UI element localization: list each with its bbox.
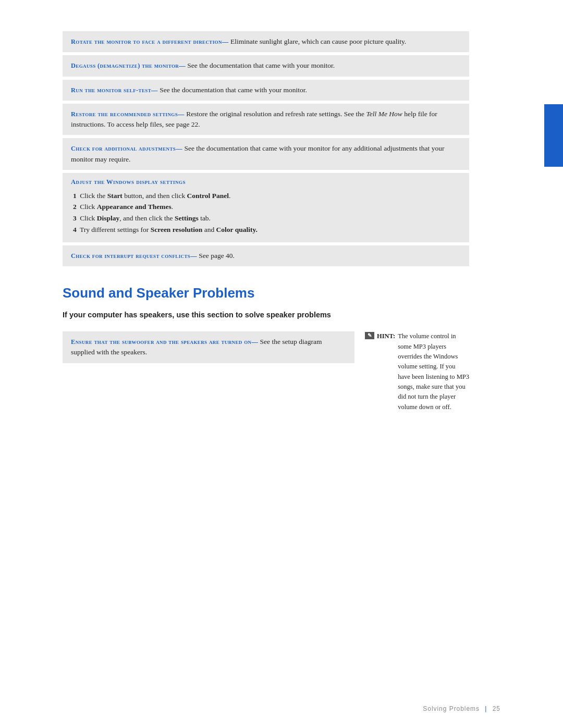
section-degauss-body: See the documentation that came with you… <box>187 61 335 69</box>
section-ensure-label: Ensure that the subwoofer and the speake… <box>71 338 258 346</box>
footer-page-number: 25 <box>493 705 500 712</box>
list-item-2: 2 Click Appearance and Themes. <box>71 201 461 213</box>
page-container: Rotate the monitor to face a different d… <box>0 0 563 728</box>
section-run-label: Run the monitor self-test— <box>71 87 158 94</box>
list-item-1: 1 Click the Start button, and then click… <box>71 190 461 202</box>
chapter-subheading: If your computer has speakers, use this … <box>63 310 469 321</box>
section-check-adjustments: Check for additional adjustments— See th… <box>63 138 469 170</box>
hint-left: Ensure that the subwoofer and the speake… <box>63 331 354 366</box>
section-restore-body1: Restore the original resolution and refr… <box>186 110 366 118</box>
step-num-4: 4 <box>73 226 77 233</box>
footer-divider: | <box>485 705 487 712</box>
section-check-interrupt: Check for interrupt request conflicts— S… <box>63 245 469 266</box>
step-text-3: Click Display, and then click the Settin… <box>80 214 211 222</box>
section-restore-label: Restore the recommended settings— <box>71 110 185 118</box>
section-restore-italic: Tell Me How <box>366 110 402 118</box>
content-area: Rotate the monitor to face a different d… <box>63 31 469 414</box>
page-footer: Solving Problems | 25 <box>423 705 500 712</box>
step-num-3: 3 <box>73 214 77 222</box>
step-text-4: Try different settings for Screen resolu… <box>80 226 258 233</box>
section-degauss-text: Degauss (demagnetize) the monitor— See t… <box>71 60 461 71</box>
section-restore-settings: Restore the recommended settings— Restor… <box>63 104 469 135</box>
section-ensure-text: Ensure that the subwoofer and the speake… <box>71 337 346 358</box>
chapter-heading: Sound and Speaker Problems <box>63 285 469 301</box>
step-num-1: 1 <box>73 192 77 200</box>
section-rotate-body: Eliminate sunlight glare, which can caus… <box>230 38 406 45</box>
section-check-text: Check for additional adjustments— See th… <box>71 143 461 165</box>
section-run-body: See the documentation that came with you… <box>160 86 307 94</box>
section-rotate-label: Rotate the monitor to face a different d… <box>71 38 229 45</box>
section-ensure-speakers: Ensure that the subwoofer and the speake… <box>63 331 354 363</box>
section-run-self-test: Run the monitor self-test— See the docum… <box>63 80 469 101</box>
hint-text-inline: The volume control in some MP3 players o… <box>398 331 469 412</box>
section-interrupt-label: Check for interrupt request conflicts— <box>71 252 197 260</box>
hint-row: Ensure that the subwoofer and the speake… <box>63 331 469 414</box>
step-text-1: Click the Start button, and then click C… <box>80 192 230 200</box>
hint-title: HINT: <box>377 331 395 341</box>
section-rotate-monitor: Rotate the monitor to face a different d… <box>63 31 469 52</box>
adjust-windows-heading: Adjust the Windows display settings <box>71 178 461 186</box>
hint-icon: ✎ <box>365 332 374 339</box>
section-degauss: Degauss (demagnetize) the monitor— See t… <box>63 55 469 76</box>
step-num-2: 2 <box>73 203 77 211</box>
hint-box: ✎ HINT: The volume control in some MP3 p… <box>365 331 469 414</box>
section-restore-text: Restore the recommended settings— Restor… <box>71 109 461 130</box>
blue-accent-bar <box>544 104 563 167</box>
list-item-4: 4 Try different settings for Screen reso… <box>71 224 461 236</box>
adjust-windows-list: 1 Click the Start button, and then click… <box>71 190 461 235</box>
section-check-label: Check for additional adjustments— <box>71 145 182 152</box>
hint-label-row: ✎ HINT: The volume control in some MP3 p… <box>365 331 469 412</box>
section-rotate-text: Rotate the monitor to face a different d… <box>71 36 461 47</box>
section-interrupt-body: See page 40. <box>199 252 235 260</box>
section-interrupt-text: Check for interrupt request conflicts— S… <box>71 251 461 261</box>
list-item-3: 3 Click Display, and then click the Sett… <box>71 213 461 224</box>
section-degauss-label: Degauss (demagnetize) the monitor— <box>71 62 186 69</box>
section-adjust-windows: Adjust the Windows display settings 1 Cl… <box>63 173 469 242</box>
step-text-2: Click Appearance and Themes. <box>80 203 173 211</box>
footer-section-label: Solving Problems <box>423 705 480 712</box>
section-run-text: Run the monitor self-test— See the docum… <box>71 85 461 95</box>
